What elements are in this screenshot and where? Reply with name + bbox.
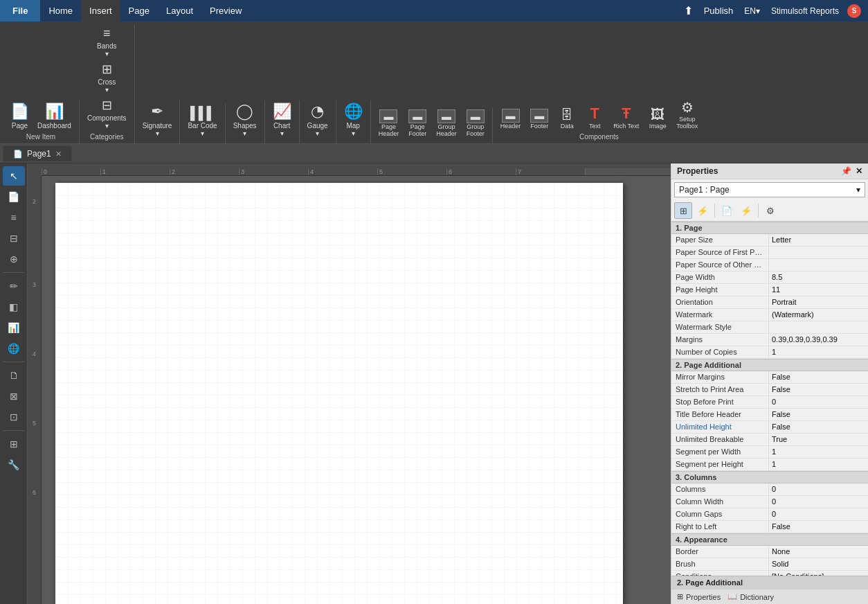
left-sidebar: ↖ 📄 ≡ ⊟ ⊕ ✏ ◧ 📊 🌐 🗋 ⊠ ⊡ ⊞ 🔧 — [0, 163, 28, 604]
panel-layout-btn[interactable]: ⊞ — [674, 202, 692, 219]
ribbon-btn-shapes[interactable]: ◯ Shapes ▾ — [230, 100, 260, 139]
ribbon-btn-footer[interactable]: ▬ Footer — [527, 107, 552, 132]
ribbon-group-components: ▬ Header ▬ Footer 🗄 Data T Text Ŧ Ric — [493, 97, 705, 143]
publish-button[interactable]: Publish — [698, 6, 739, 16]
prop-watermark: Watermark(Watermark) — [671, 309, 868, 321]
ruler-mark-end — [585, 168, 671, 175]
sidebar-btn-grid[interactable]: ⊞ — [3, 434, 25, 454]
panel-title: Properties — [677, 166, 718, 176]
ribbon-btn-gauge[interactable]: ◔ Gauge ▾ — [304, 100, 332, 139]
layout-menu-item[interactable]: Layout — [158, 0, 201, 21]
tab-close-button[interactable]: ✕ — [55, 150, 62, 159]
prop-mirror-margins: Mirror MarginsFalse — [671, 371, 868, 384]
tab-page-icon: 📄 — [13, 150, 23, 159]
ribbon-btn-page-footer[interactable]: ▬ PageFooter — [405, 107, 430, 139]
language-selector[interactable]: EN▾ — [744, 6, 760, 16]
ribbon-btn-group-header[interactable]: ▬ GroupHeader — [433, 107, 460, 139]
sidebar-btn-tools[interactable]: 🔧 — [3, 455, 25, 474]
tab-page1[interactable]: 📄 Page1 ✕ — [3, 145, 72, 161]
properties-tab-btn[interactable]: ⊞ Properties — [677, 592, 721, 601]
panel-bolt-btn[interactable]: ⚡ — [737, 202, 755, 219]
sidebar-btn-chart[interactable]: 📊 — [3, 318, 25, 337]
sidebar-btn-pointer[interactable]: ↖ — [3, 166, 25, 186]
data-icon: 🗄 — [561, 108, 573, 123]
sidebar-btn-file[interactable]: 🗋 — [3, 366, 25, 385]
ribbon-btn-chart[interactable]: 📈 Chart ▾ — [269, 100, 295, 139]
ribbon-btn-dashboard[interactable]: 📊 Dashboard — [34, 100, 75, 132]
home-menu-item[interactable]: Home — [40, 0, 81, 21]
panel-pin-icon[interactable]: 📌 — [841, 166, 851, 176]
page-menu-item[interactable]: Page — [120, 0, 158, 21]
section-columns: 3. Columns — [671, 471, 868, 483]
ribbon-btn-page-header[interactable]: ▬ PageHeader — [375, 107, 403, 139]
page-canvas-inner[interactable] — [55, 183, 623, 604]
preview-menu-item[interactable]: Preview — [201, 0, 250, 21]
ribbon-btn-data[interactable]: 🗄 Data — [554, 106, 579, 132]
ribbon-btn-barcode[interactable]: ▌▌▌ Bar Code ▾ — [184, 104, 220, 139]
app-logo: S — [847, 4, 861, 18]
ruler-num-4: 4 — [28, 349, 41, 418]
prop-segment-height: Segment per Height1 — [671, 459, 868, 471]
sidebar-btn-calculations[interactable]: ⊡ — [3, 407, 25, 427]
panel-dropdown[interactable]: Page1 : Page ▾ — [674, 182, 865, 197]
properties-table: 1. Page Paper SizeLetter Paper Source of… — [671, 222, 868, 576]
dictionary-tab-btn[interactable]: 📖 Dictionary — [727, 592, 774, 601]
ribbon-btn-text[interactable]: T Text — [582, 103, 607, 132]
section-page: 1. Page — [671, 222, 868, 234]
canvas-area[interactable]: 0 1 2 3 4 5 6 7 2 3 4 5 6 — [28, 163, 671, 604]
prop-paper-source-first: Paper Source of First Page — [671, 247, 868, 259]
prop-stop-before-print: Stop Before Print0 — [671, 396, 868, 409]
prop-paper-size: Paper SizeLetter — [671, 234, 868, 247]
ribbon-btn-components[interactable]: ⊟ Components ▾ — [84, 96, 130, 132]
sidebar-btn-layers[interactable]: ≡ — [3, 208, 25, 227]
sidebar-btn-components-panel[interactable]: ⊟ — [3, 229, 25, 248]
ribbon-btn-map[interactable]: 🌐 Map ▾ — [341, 100, 366, 139]
ribbon-btn-rich-text[interactable]: Ŧ Rich Text — [610, 103, 642, 132]
sidebar-btn-globe[interactable]: 🌐 — [3, 339, 25, 358]
image-icon: 🖼 — [651, 107, 664, 123]
text-icon: T — [590, 105, 599, 123]
sidebar-btn-data[interactable]: ◧ — [3, 297, 25, 317]
sidebar-btn-pencil[interactable]: ✏ — [3, 276, 25, 296]
ribbon-btn-image[interactable]: 🖼 Image — [645, 105, 670, 132]
gauge-icon: ◔ — [311, 103, 324, 121]
prop-columns: Columns0 — [671, 483, 868, 496]
section-page-additional: 2. Page Additional — [671, 359, 868, 371]
insert-menu-item[interactable]: Insert — [81, 0, 120, 21]
ruler-mark-6: 6 — [446, 168, 516, 175]
panel-page-btn[interactable]: 📄 — [718, 202, 736, 219]
page-canvas[interactable] — [55, 183, 623, 604]
ribbon-btn-group-footer[interactable]: ▬ GroupFooter — [463, 107, 488, 139]
prop-watermark-style: Watermark Style — [671, 321, 868, 334]
prop-paper-source-other: Paper Source of Other Pages — [671, 259, 868, 272]
panel-close-icon[interactable]: ✕ — [856, 166, 862, 176]
file-menu-button[interactable]: File — [0, 0, 40, 21]
sidebar-btn-variables[interactable]: ⊠ — [3, 387, 25, 406]
panel-tool-separator-1 — [714, 204, 715, 217]
ribbon-btn-header[interactable]: ▬ Header — [497, 107, 525, 132]
prop-column-gaps: Column Gaps0 — [671, 508, 868, 521]
sidebar-separator-1 — [3, 272, 24, 273]
chevron-down-icon: ▾ — [856, 185, 860, 195]
ribbon-btn-setup[interactable]: ⚙ SetupToolbox — [673, 97, 701, 132]
ribbon-group-barcode: ▌▌▌ Bar Code ▾ — [180, 104, 225, 143]
ribbon-btn-page[interactable]: 📄 Page — [7, 100, 33, 132]
section-appearance: 4. Appearance — [671, 533, 868, 546]
components-section-label: Components — [579, 133, 619, 141]
ribbon-btn-signature[interactable]: ✒ Signature ▾ — [139, 100, 176, 139]
canvas-content: 2 3 4 5 6 — [28, 176, 671, 604]
panel-event-btn[interactable]: ⚡ — [694, 202, 712, 219]
prop-margins: Margins0.39,0.39,0.39,0.39 — [671, 334, 868, 346]
share-icon[interactable]: ⬆ — [684, 4, 693, 17]
ribbon-btn-bands[interactable]: ≡ Bands ▾ — [93, 24, 120, 60]
rich-text-icon: Ŧ — [622, 105, 631, 123]
ribbon-group-new-item: 📄 Page 📊 Dashboard New Item — [3, 100, 80, 143]
sidebar-btn-bookmarks[interactable]: ⊕ — [3, 249, 25, 269]
sidebar-separator-2 — [3, 362, 24, 362]
panel-gear-btn[interactable]: ⚙ — [761, 202, 779, 219]
ruler-mark-1: 1 — [100, 168, 170, 175]
prop-page-height: Page Height11 — [671, 284, 868, 296]
ribbon-btn-cross[interactable]: ⊞ Cross ▾ — [94, 60, 119, 96]
sidebar-btn-pages[interactable]: 📄 — [3, 187, 25, 206]
prop-conditions: Conditions[No Conditions] — [671, 571, 868, 576]
